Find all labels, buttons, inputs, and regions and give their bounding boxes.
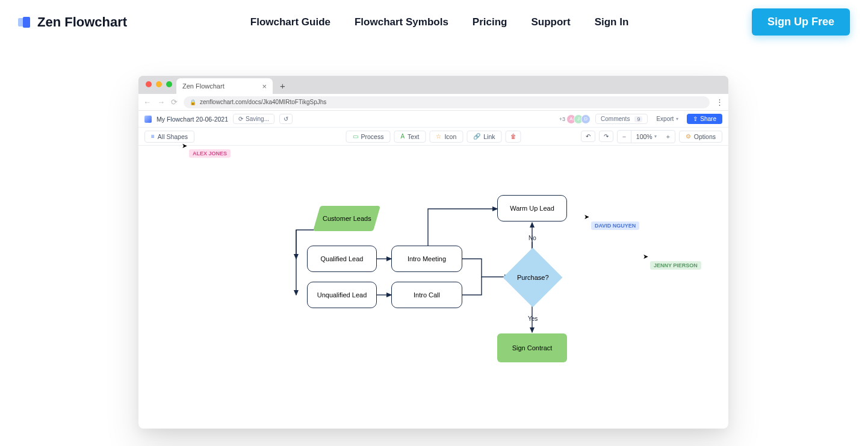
process-label: Process bbox=[361, 133, 384, 140]
nav-flowchart-guide[interactable]: Flowchart Guide bbox=[250, 16, 330, 28]
text-label: Text bbox=[408, 133, 419, 140]
node-sign-contract[interactable]: Sign Contract bbox=[497, 333, 567, 362]
cursor-icon: ➤ bbox=[584, 213, 589, 221]
presence-avatars[interactable]: +3 A J D bbox=[559, 114, 591, 124]
history-icon: ↺ bbox=[284, 116, 288, 122]
reload-icon[interactable]: ⟳ bbox=[171, 98, 178, 107]
share-label: Share bbox=[700, 116, 716, 122]
url-field[interactable]: 🔒 zenflowchart.com/docs/Jka40MIRtoFTikgS… bbox=[184, 96, 710, 108]
avatar: D bbox=[581, 114, 591, 124]
zoom-control: − 100%▾ + bbox=[617, 130, 675, 143]
history-button[interactable]: ↺ bbox=[279, 114, 293, 124]
link-tool[interactable]: 🔗 Link bbox=[467, 131, 501, 143]
zoom-out-button[interactable]: − bbox=[618, 131, 631, 143]
delete-tool[interactable]: 🗑 bbox=[506, 131, 521, 143]
star-icon: ☆ bbox=[436, 133, 441, 140]
all-shapes-button[interactable]: ≡ All Shapes bbox=[144, 131, 194, 143]
node-label: Customer Leads bbox=[323, 215, 371, 222]
edge-label-yes: Yes bbox=[528, 315, 538, 322]
icon-label: Icon bbox=[444, 133, 456, 140]
text-tool[interactable]: A Text bbox=[394, 131, 426, 143]
cursor-icon: ➤ bbox=[643, 253, 648, 261]
document-title[interactable]: My Flowchart 20-06-2021 bbox=[157, 116, 228, 123]
address-bar: ← → ⟳ 🔒 zenflowchart.com/docs/Jka40MIRto… bbox=[138, 94, 728, 111]
node-label: Intro Call bbox=[414, 291, 440, 299]
url-text: zenflowchart.com/docs/Jka40MIRtoFTikgSpJ… bbox=[200, 99, 326, 105]
all-shapes-label: All Shapes bbox=[158, 133, 188, 140]
browser-mock: Zen Flowchart × + ← → ⟳ 🔒 zenflowchart.c… bbox=[138, 76, 728, 429]
saving-status: ⟳ Saving... bbox=[233, 114, 274, 124]
signup-button[interactable]: Sign Up Free bbox=[752, 8, 850, 36]
node-customer-leads[interactable]: Customer Leads bbox=[313, 206, 380, 231]
logo-icon bbox=[18, 16, 31, 29]
nav-flowchart-symbols[interactable]: Flowchart Symbols bbox=[355, 16, 448, 28]
app-logo-icon bbox=[144, 116, 152, 123]
maximize-dot-icon[interactable] bbox=[166, 81, 172, 87]
back-icon[interactable]: ← bbox=[143, 98, 151, 107]
link-label: Link bbox=[483, 133, 495, 140]
redo-button[interactable]: ↷ bbox=[599, 131, 613, 142]
node-warm-up-lead[interactable]: Warm Up Lead bbox=[497, 195, 567, 221]
new-tab-button[interactable]: + bbox=[280, 81, 285, 91]
minimize-dot-icon[interactable] bbox=[156, 81, 162, 87]
node-label: Unqualified Lead bbox=[317, 291, 367, 299]
extra-users-count: +3 bbox=[559, 116, 565, 122]
comments-button[interactable]: Comments 9 bbox=[595, 114, 648, 124]
text-icon: A bbox=[400, 133, 405, 140]
app-header: My Flowchart 20-06-2021 ⟳ Saving... ↺ +3… bbox=[138, 111, 728, 128]
share-button[interactable]: ⇪ Share bbox=[687, 114, 722, 124]
lock-icon: 🔒 bbox=[190, 99, 196, 105]
editor-canvas[interactable]: ➤ ALEX JONES ➤ DAVID NGUYEN ➤ JENNY PIER… bbox=[138, 146, 728, 429]
window-controls bbox=[146, 81, 172, 87]
process-icon: ▭ bbox=[353, 133, 358, 140]
zoom-in-button[interactable]: + bbox=[662, 131, 675, 143]
trash-icon: 🗑 bbox=[510, 133, 516, 140]
icon-tool[interactable]: ☆ Icon bbox=[429, 131, 463, 143]
browser-menu-icon[interactable]: ⋮ bbox=[716, 98, 724, 107]
export-label: Export bbox=[656, 116, 674, 122]
zoom-value[interactable]: 100%▾ bbox=[631, 133, 662, 140]
user-cursor-alex: ALEX JONES bbox=[189, 149, 231, 158]
tab-close-icon[interactable]: × bbox=[262, 82, 267, 91]
node-label: Qualified Lead bbox=[321, 255, 364, 262]
options-button[interactable]: ⚙ Options bbox=[679, 131, 722, 143]
user-cursor-david: DAVID NGUYEN bbox=[591, 221, 639, 230]
node-unqualified-lead[interactable]: Unqualified Lead bbox=[307, 282, 377, 308]
process-tool[interactable]: ▭ Process bbox=[346, 131, 391, 143]
browser-tabbar: Zen Flowchart × + bbox=[138, 76, 728, 94]
link-icon: 🔗 bbox=[473, 133, 480, 140]
nav-support[interactable]: Support bbox=[531, 16, 570, 28]
tab-title: Zen Flowchart bbox=[182, 82, 225, 90]
brand-logo[interactable]: Zen Flowchart bbox=[18, 14, 127, 30]
close-dot-icon[interactable] bbox=[146, 81, 152, 87]
nav-pricing[interactable]: Pricing bbox=[473, 16, 507, 28]
comments-count: 9 bbox=[634, 116, 642, 122]
node-intro-meeting[interactable]: Intro Meeting bbox=[391, 246, 462, 272]
edge-label-no: No bbox=[529, 235, 536, 241]
undo-button[interactable]: ↶ bbox=[581, 131, 595, 142]
node-purchase-decision[interactable]: Purchase? bbox=[503, 248, 563, 308]
node-intro-call[interactable]: Intro Call bbox=[391, 282, 462, 308]
sliders-icon: ⚙ bbox=[686, 133, 691, 140]
redo-icon: ↷ bbox=[604, 133, 609, 140]
shapes-icon: ≡ bbox=[151, 133, 155, 140]
cursor-icon: ➤ bbox=[182, 142, 187, 150]
node-label: Purchase? bbox=[517, 274, 549, 281]
node-qualified-lead[interactable]: Qualified Lead bbox=[307, 246, 377, 272]
export-button[interactable]: Export ▾ bbox=[653, 114, 682, 123]
saving-label: Saving... bbox=[246, 116, 269, 122]
user-cursor-jenny: JENNY PIERSON bbox=[650, 261, 701, 270]
browser-tab[interactable]: Zen Flowchart × bbox=[176, 78, 273, 94]
forward-icon[interactable]: → bbox=[157, 98, 165, 107]
nav-sign-in[interactable]: Sign In bbox=[595, 16, 629, 28]
brand-name: Zen Flowchart bbox=[37, 14, 127, 30]
node-label: Intro Meeting bbox=[408, 255, 446, 262]
chevron-down-icon: ▾ bbox=[654, 134, 657, 139]
node-label: Warm Up Lead bbox=[510, 205, 554, 212]
sync-icon: ⟳ bbox=[238, 116, 243, 122]
node-label: Sign Contract bbox=[512, 344, 553, 352]
share-icon: ⇪ bbox=[693, 116, 698, 122]
undo-icon: ↶ bbox=[586, 133, 591, 140]
toolbar: ≡ All Shapes ▭ Process A Text ☆ Icon 🔗 L… bbox=[138, 128, 728, 146]
chevron-down-icon: ▾ bbox=[676, 116, 678, 122]
